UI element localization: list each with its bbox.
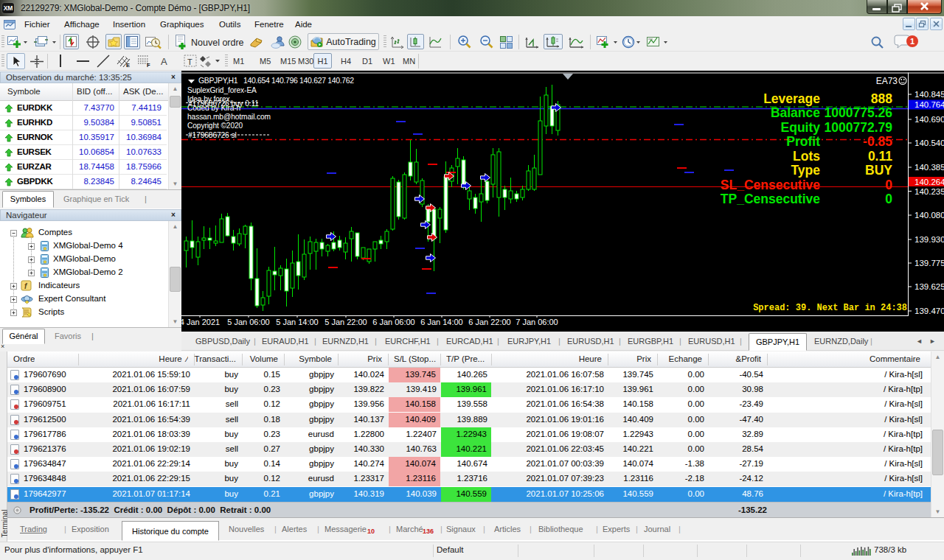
svg-text:5 Jan 22:00: 5 Jan 22:00 bbox=[324, 318, 367, 326]
svg-text:Balance: Balance bbox=[771, 105, 820, 120]
svg-text:1000775.26: 1000775.26 bbox=[825, 105, 893, 120]
svg-text:5 Jan 06:00: 5 Jan 06:00 bbox=[227, 318, 270, 326]
svg-text:140.845: 140.845 bbox=[914, 90, 944, 99]
svg-text:6 Jan 22:00: 6 Jan 22:00 bbox=[468, 318, 511, 326]
svg-text:1000772.79: 1000772.79 bbox=[825, 120, 893, 135]
svg-text:4 Jan 2021: 4 Jan 2021 bbox=[181, 318, 220, 326]
svg-text:0: 0 bbox=[885, 192, 892, 206]
svg-text:1: 1 bbox=[910, 37, 914, 46]
svg-text:Type: Type bbox=[791, 163, 820, 178]
svg-text:T: T bbox=[187, 57, 192, 66]
svg-text:Coded by Kira-h: Coded by Kira-h bbox=[187, 104, 240, 112]
svg-text:-0.85: -0.85 bbox=[863, 134, 892, 149]
svg-text:140.264: 140.264 bbox=[914, 178, 944, 186]
svg-text:0.11: 0.11 bbox=[868, 149, 892, 164]
svg-text:Profit: Profit bbox=[786, 134, 820, 149]
svg-text:F: F bbox=[147, 62, 150, 68]
svg-text:EA73: EA73 bbox=[876, 76, 898, 86]
svg-text:SuplexGrid_forex-EA: SuplexGrid_forex-EA bbox=[187, 86, 257, 94]
svg-text:6 Jan 06:00: 6 Jan 06:00 bbox=[372, 318, 415, 326]
svg-text:Leverage: Leverage bbox=[763, 91, 820, 106]
svg-text:140.540: 140.540 bbox=[914, 139, 944, 147]
svg-text:888: 888 bbox=[871, 91, 892, 106]
svg-text:#179686726 sl: #179686726 sl bbox=[188, 131, 237, 139]
svg-text:140.080: 140.080 bbox=[914, 211, 944, 220]
svg-text:TP_Censecutive: TP_Censecutive bbox=[721, 192, 820, 206]
svg-text:5 Jan 14:00: 5 Jan 14:00 bbox=[276, 318, 319, 326]
svg-text:139.625: 139.625 bbox=[914, 282, 944, 291]
svg-text:Lots: Lots bbox=[793, 149, 820, 164]
svg-text:E: E bbox=[126, 62, 130, 68]
svg-text:Equity: Equity bbox=[781, 120, 821, 135]
svg-text:GBPJPY,H1 140.654 140.796 14: GBPJPY,H1 140.654 140.796 140.627 140.76… bbox=[198, 76, 354, 85]
svg-text:6 Jan 14:00: 6 Jan 14:00 bbox=[420, 318, 463, 326]
svg-text:140.690: 140.690 bbox=[914, 115, 944, 124]
svg-text:Copyright ©2020: Copyright ©2020 bbox=[187, 122, 243, 130]
svg-text:hassan.mb@hotmail.com: hassan.mb@hotmail.com bbox=[187, 113, 271, 121]
svg-text:139.930: 139.930 bbox=[914, 235, 944, 244]
svg-text:SL_Censecutive: SL_Censecutive bbox=[721, 178, 820, 192]
svg-text:7 Jan 06:00: 7 Jan 06:00 bbox=[516, 318, 558, 326]
svg-text:140.385: 140.385 bbox=[914, 163, 944, 172]
svg-text:0: 0 bbox=[885, 178, 892, 192]
svg-text:BUY: BUY bbox=[865, 163, 892, 178]
svg-text:139.775: 139.775 bbox=[914, 259, 944, 267]
svg-text:Spread: 39. Next Bar in 24:38: Spread: 39. Next Bar in 24:38 bbox=[753, 303, 907, 313]
svg-text:139.470: 139.470 bbox=[914, 307, 944, 315]
svg-text:140.235: 140.235 bbox=[914, 187, 944, 196]
svg-text:140.764: 140.764 bbox=[914, 100, 944, 109]
